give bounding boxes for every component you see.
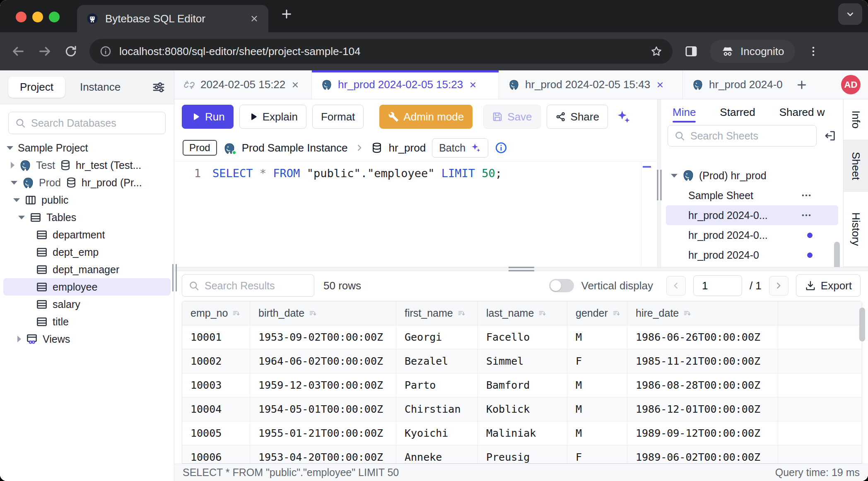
sheet-item-selected[interactable]: hr_prod 2024-0...: [666, 205, 838, 225]
browser-menu-icon[interactable]: [807, 45, 820, 58]
caret-down-icon[interactable]: [13, 198, 20, 202]
close-tab-icon[interactable]: [249, 14, 259, 24]
tree-item-table-employee[interactable]: employee: [3, 278, 171, 296]
bookmark-star-icon[interactable]: [650, 45, 663, 58]
previous-page-button[interactable]: [666, 276, 686, 296]
sheet-list-scrollbar[interactable]: [834, 242, 840, 267]
sql-code-editor[interactable]: 1 SELECT * FROM "public"."employee" LIMI…: [174, 161, 657, 267]
page-number-input[interactable]: [693, 275, 742, 296]
collapse-panel-icon[interactable]: [823, 129, 837, 142]
sort-icon[interactable]: [309, 309, 318, 318]
close-icon[interactable]: [291, 80, 300, 89]
minimize-window-button[interactable]: [32, 12, 43, 22]
back-icon[interactable]: [11, 44, 26, 59]
database-search[interactable]: [8, 112, 166, 134]
new-browser-tab-button[interactable]: [280, 7, 293, 21]
table-row[interactable]: 10002 1964-06-02T00:00:00Z Bezalel Simme…: [182, 349, 862, 373]
column-header[interactable]: gender: [567, 301, 627, 325]
sort-icon[interactable]: [538, 309, 547, 318]
save-button[interactable]: Save: [483, 105, 540, 129]
editor-minimap[interactable]: [641, 162, 652, 267]
avatar[interactable]: AD: [841, 75, 861, 94]
add-worksheet-button[interactable]: [790, 70, 814, 99]
tree-item-table-department[interactable]: department: [0, 226, 174, 243]
caret-down-icon[interactable]: [11, 181, 17, 185]
forward-icon[interactable]: [37, 44, 52, 59]
table-scrollbar[interactable]: [859, 308, 865, 342]
caret-down-icon[interactable]: [671, 174, 678, 178]
caret-right-icon[interactable]: [17, 336, 21, 342]
worksheet-tab[interactable]: hr_prod 2024-0: [683, 70, 790, 99]
rail-tab-info[interactable]: Info: [844, 99, 868, 140]
database-name[interactable]: hr_prod: [389, 142, 426, 154]
caret-down-icon[interactable]: [7, 146, 13, 150]
info-icon[interactable]: [494, 141, 508, 154]
search-sheets-input[interactable]: [690, 130, 810, 142]
admin-mode-button[interactable]: Admin mode: [379, 105, 473, 129]
caret-right-icon[interactable]: [11, 162, 14, 168]
reload-icon[interactable]: [64, 44, 78, 58]
column-header[interactable]: emp_no: [182, 301, 250, 325]
worksheet-tab-active[interactable]: hr_prod 2024-02-05 15:23: [312, 70, 499, 99]
close-icon[interactable]: [656, 80, 665, 89]
splitter-handle[interactable]: [509, 267, 534, 272]
caret-down-icon[interactable]: [18, 216, 25, 219]
rail-tab-sheet[interactable]: Sheet: [844, 140, 868, 192]
tab-starred[interactable]: Starred: [720, 99, 755, 125]
column-header[interactable]: last_name: [478, 301, 567, 325]
worksheet-tab[interactable]: 2024-02-05 15:22: [174, 70, 312, 99]
format-button[interactable]: Format: [312, 105, 364, 129]
tab-instance[interactable]: Instance: [80, 81, 121, 94]
vertical-splitter[interactable]: [657, 99, 661, 267]
tab-project[interactable]: Project: [8, 77, 65, 98]
batch-button[interactable]: Batch: [432, 138, 488, 158]
maximize-window-button[interactable]: [49, 12, 60, 22]
tree-item-prod-database[interactable]: Prod hr_prod (Pr...: [0, 174, 174, 191]
column-header[interactable]: birth_date: [250, 301, 396, 325]
search-results-input[interactable]: [205, 280, 308, 292]
vertical-display-toggle[interactable]: [549, 279, 574, 292]
search-databases-input[interactable]: [31, 117, 159, 129]
export-button[interactable]: Export: [796, 274, 861, 297]
sheet-item[interactable]: hr_prod 2024-0: [661, 245, 843, 265]
column-header[interactable]: first_name: [396, 301, 478, 325]
sheet-group[interactable]: (Prod) hr_prod: [661, 166, 843, 185]
rail-tab-history[interactable]: History: [844, 192, 868, 267]
tab-shared[interactable]: Shared w: [779, 99, 825, 125]
results-search[interactable]: [182, 274, 314, 297]
instance-name[interactable]: Prod Sample Instance: [242, 142, 348, 154]
sort-icon[interactable]: [457, 309, 466, 318]
close-window-button[interactable]: [16, 12, 27, 22]
sheet-item[interactable]: hr_prod 2024-0...: [661, 225, 843, 245]
tree-item-test-database[interactable]: Test hr_test (Test...: [0, 156, 174, 174]
worksheet-tab[interactable]: hr_prod 2024-02-05 15:43: [499, 70, 683, 99]
share-button[interactable]: Share: [547, 105, 608, 129]
more-actions-icon[interactable]: [800, 189, 813, 202]
sheet-item[interactable]: Sample Sheet: [661, 185, 843, 205]
sort-icon[interactable]: [612, 309, 621, 318]
table-row[interactable]: 10001 1953-09-02T00:00:00Z Georgi Facell…: [182, 325, 862, 349]
tree-item-tables-group[interactable]: Tables: [0, 209, 174, 226]
table-row[interactable]: 10006 1953-04-20T00:00:00Z Anneke Preusi…: [182, 445, 862, 464]
sort-icon[interactable]: [683, 309, 692, 318]
sheet-search[interactable]: [668, 125, 817, 147]
horizontal-splitter[interactable]: [174, 267, 868, 271]
tab-mine[interactable]: Mine: [673, 99, 696, 125]
filter-sliders-icon[interactable]: [152, 80, 166, 94]
tree-item-schema-public[interactable]: public: [0, 191, 174, 209]
address-bar[interactable]: localhost:8080/sql-editor/sheet/project-…: [89, 39, 673, 64]
side-panel-icon[interactable]: [684, 44, 698, 58]
more-actions-icon[interactable]: [800, 209, 813, 221]
tree-item-project[interactable]: Sample Project: [0, 139, 174, 156]
tree-item-table-dept-emp[interactable]: dept_emp: [0, 243, 174, 261]
sort-icon[interactable]: [232, 309, 241, 318]
run-button[interactable]: Run: [182, 105, 234, 129]
next-page-button[interactable]: [769, 276, 788, 296]
column-header[interactable]: hire_date: [627, 301, 778, 325]
tree-item-table-title[interactable]: title: [0, 313, 174, 330]
sidebar-resize-handle[interactable]: [172, 264, 177, 291]
tab-search-button[interactable]: [838, 3, 862, 25]
ai-sparkle-icon[interactable]: [615, 108, 631, 125]
table-row[interactable]: 10005 1955-01-21T00:00:00Z Kyoichi Malin…: [182, 421, 862, 445]
browser-tab[interactable]: Bytebase SQL Editor: [77, 5, 268, 32]
